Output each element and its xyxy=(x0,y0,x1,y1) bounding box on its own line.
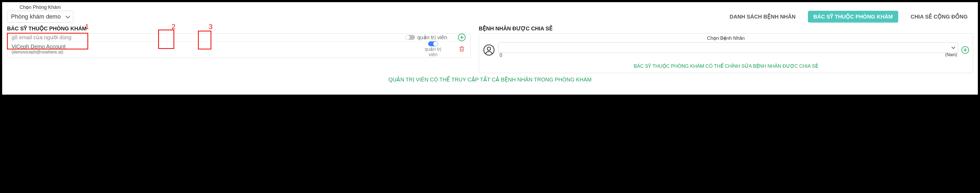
top-row: Chọn Phòng Khám Phòng khám demo DANH SÁC… xyxy=(7,4,973,22)
annotation-number-1: 1 xyxy=(85,22,89,31)
annotation-number-3: 3 xyxy=(209,22,212,31)
doctor-admin-toggle[interactable] xyxy=(428,41,438,46)
tab-bar: DANH SÁCH BỆNH NHÂN BÁC SỸ THUỘC PHÒNG K… xyxy=(724,11,973,22)
tab-community[interactable]: CHIA SẺ CỘNG ĐỒNG xyxy=(905,11,973,22)
patient-meta: () (Nam) xyxy=(498,52,958,57)
shared-section-title: BỆNH NHÂN ĐƯỢC CHIA SẺ xyxy=(479,25,973,32)
doctor-name-cell: ViCeph Demo Account (demoviceph@nowhere.… xyxy=(7,41,413,57)
email-input[interactable] xyxy=(11,35,395,41)
doctor-row: ViCeph Demo Account (demoviceph@nowhere.… xyxy=(7,41,470,57)
footer-note: QUẢN TRỊ VIÊN CÓ THỂ TRUY CẬP TẤT CẢ BỆN… xyxy=(7,76,973,83)
annotation-number-2: 2 xyxy=(172,22,175,31)
patient-gender: (Nam) xyxy=(945,52,957,57)
add-doctor-button[interactable] xyxy=(458,33,466,41)
tab-doctors[interactable]: BÁC SỸ THUỘC PHÒNG KHÁM xyxy=(808,11,898,22)
chevron-down-icon xyxy=(951,45,955,49)
doctor-role-label: quản trịviên xyxy=(425,47,441,57)
tab-patients[interactable]: DANH SÁCH BỆNH NHÂN xyxy=(724,11,801,22)
shared-patients-column: BỆNH NHÂN ĐƯỢC CHIA SẺ Chọn Bệnh Nhân ()… xyxy=(479,25,973,73)
admin-toggle-label: quản trị viên xyxy=(417,34,447,41)
add-patient-cell xyxy=(961,46,969,54)
doctors-panel: quản trị viên ViCeph Demo Account (demov… xyxy=(7,33,471,58)
choose-patient-label: Chọn Bệnh Nhân xyxy=(483,35,969,41)
doctor-name: ViCeph Demo Account xyxy=(11,44,409,50)
admin-toggle[interactable] xyxy=(405,35,415,40)
chevron-down-icon xyxy=(65,14,70,19)
patient-age: () xyxy=(500,52,503,57)
add-patient-button[interactable] xyxy=(961,46,969,54)
clinic-label: Chọn Phòng Khám xyxy=(20,4,61,10)
clinic-selector-box: Chọn Phòng Khám Phòng khám demo xyxy=(7,4,73,22)
clinic-selected-value: Phòng khám demo xyxy=(11,13,61,20)
admin-toggle-cell: quản trị viên xyxy=(399,33,453,41)
app-frame: Chọn Phòng Khám Phòng khám demo DANH SÁC… xyxy=(2,2,978,95)
doctors-section-title: BÁC SỸ THUỘC PHÒNG KHÁM xyxy=(7,25,471,32)
clinic-select[interactable]: Phòng khám demo xyxy=(7,11,73,22)
share-note: BÁC SỸ THUỘC PHÒNG KHÁM CÓ THỂ CHỈNH SỬA… xyxy=(483,63,969,69)
email-input-cell xyxy=(7,33,399,41)
doctor-email: (demoviceph@nowhere.at) xyxy=(11,50,409,55)
add-doctor-row: quản trị viên xyxy=(7,33,470,41)
main-columns: BÁC SỸ THUỘC PHÒNG KHÁM quản trị viên xyxy=(7,25,973,73)
delete-doctor-button[interactable] xyxy=(458,46,465,54)
avatar-icon xyxy=(483,44,495,56)
doctor-role-cell: quản trịviên xyxy=(413,41,453,57)
patient-select[interactable] xyxy=(498,42,958,53)
patient-select-row: () (Nam) xyxy=(483,42,969,58)
patient-select-wrap: () (Nam) xyxy=(498,42,958,58)
doctors-column: BÁC SỸ THUỘC PHÒNG KHÁM quản trị viên xyxy=(7,25,471,73)
add-doctor-cell xyxy=(453,33,470,41)
svg-point-1 xyxy=(487,47,490,50)
trash-icon xyxy=(458,46,465,52)
delete-doctor-cell xyxy=(453,41,470,57)
shared-panel: Chọn Bệnh Nhân () (Nam) xyxy=(479,33,973,73)
